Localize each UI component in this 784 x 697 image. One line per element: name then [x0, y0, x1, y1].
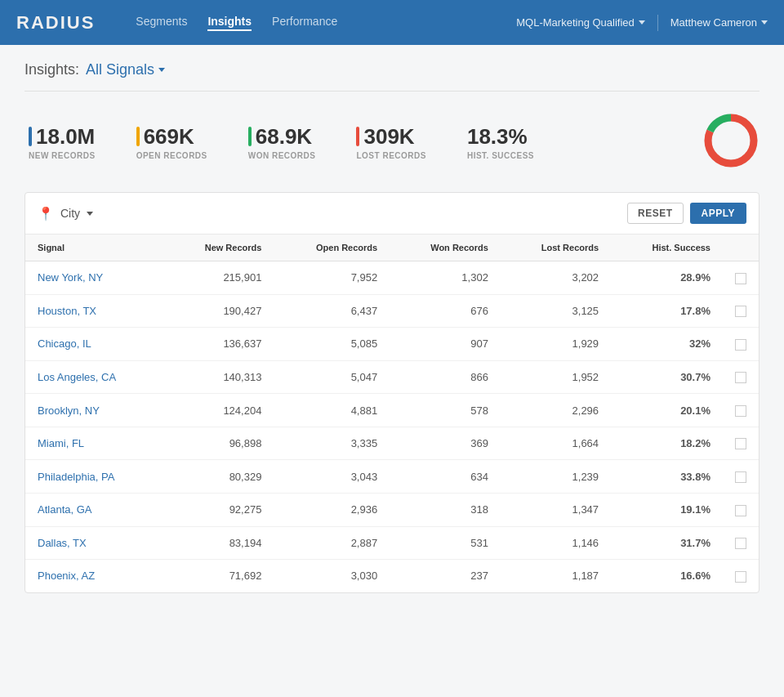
page-title: Insights: — [24, 61, 79, 78]
lost-records-cell: 1,347 — [501, 493, 611, 526]
header-divider — [657, 15, 658, 31]
signal-cell[interactable]: Chicago, IL — [25, 328, 164, 361]
new-records-bar — [29, 127, 32, 146]
lost-records-cell: 1,239 — [501, 460, 611, 494]
signal-cell[interactable]: Brooklyn, NY — [25, 394, 164, 427]
col-checkbox — [723, 235, 759, 261]
table-row: Chicago, IL 136,637 5,085 907 1,929 32% — [25, 328, 759, 361]
open-records-cell: 3,030 — [274, 560, 390, 592]
stat-won-records: 68.9K WON RECORDS — [248, 124, 316, 160]
lost-records-cell: 3,125 — [501, 294, 611, 328]
won-records-cell: 578 — [390, 394, 501, 427]
table-header-row: Signal New Records Open Records Won Reco… — [25, 235, 759, 261]
won-records-cell: 1,302 — [390, 261, 501, 295]
won-records-cell: 369 — [390, 427, 501, 460]
row-checkbox[interactable] — [735, 306, 746, 317]
signal-cell[interactable]: Houston, TX — [25, 294, 164, 328]
filter-dropdown[interactable]: All Signals — [86, 61, 165, 78]
lost-records-cell: 1,187 — [501, 560, 611, 592]
new-records-cell: 190,427 — [164, 294, 274, 328]
hist-success-cell: 20.1% — [611, 394, 723, 427]
table-row: Atlanta, GA 92,275 2,936 318 1,347 19.1% — [25, 493, 759, 526]
data-table: Signal New Records Open Records Won Reco… — [25, 235, 759, 592]
open-records-cell: 2,936 — [274, 493, 390, 526]
row-checkbox-cell[interactable] — [723, 560, 759, 592]
row-checkbox-cell[interactable] — [723, 328, 759, 361]
open-records-cell: 5,085 — [274, 328, 390, 361]
open-records-cell: 4,881 — [274, 394, 390, 427]
new-records-cell: 80,329 — [164, 460, 274, 494]
won-records-cell: 866 — [390, 360, 501, 394]
won-records-cell: 634 — [390, 460, 501, 494]
lost-records-cell: 1,664 — [501, 427, 611, 460]
user-dropdown[interactable]: Matthew Cameron — [670, 16, 768, 29]
new-records-cell: 215,901 — [164, 261, 274, 295]
stat-new-records: 18.0M NEW RECORDS — [29, 124, 96, 160]
stat-lost-records: 309K LOST RECORDS — [356, 124, 425, 160]
open-records-cell: 3,335 — [274, 427, 390, 460]
won-records-bar — [248, 127, 252, 146]
signal-cell[interactable]: Dallas, TX — [25, 526, 164, 560]
user-caret-icon — [761, 20, 768, 25]
nav-segments[interactable]: Segments — [136, 15, 187, 31]
hist-success-cell: 19.1% — [611, 493, 723, 526]
row-checkbox[interactable] — [735, 538, 746, 549]
mql-caret-icon — [639, 20, 645, 25]
toolbar-buttons: RESET APPLY — [627, 203, 746, 224]
row-checkbox-cell[interactable] — [723, 526, 759, 560]
row-checkbox-cell[interactable] — [723, 427, 759, 460]
signal-cell[interactable]: Miami, FL — [25, 427, 164, 460]
lost-records-cell: 2,296 — [501, 394, 611, 427]
new-records-cell: 92,275 — [164, 493, 274, 526]
stat-open-records: 669K OPEN RECORDS — [136, 124, 207, 160]
apply-button[interactable]: APPLY — [690, 203, 746, 224]
new-records-cell: 83,194 — [164, 526, 274, 560]
row-checkbox[interactable] — [735, 438, 746, 449]
header-right: MQL-Marketing Qualified Matthew Cameron — [516, 15, 768, 31]
mql-dropdown[interactable]: MQL-Marketing Qualified — [516, 16, 645, 29]
won-records-cell: 237 — [390, 560, 501, 592]
row-checkbox[interactable] — [735, 372, 746, 383]
table-row: Brooklyn, NY 124,204 4,881 578 2,296 20.… — [25, 394, 759, 427]
col-open-records: Open Records — [274, 235, 390, 261]
row-checkbox[interactable] — [735, 273, 746, 284]
row-checkbox[interactable] — [735, 471, 746, 483]
city-filter-selector[interactable]: 📍 City — [38, 206, 93, 221]
table-row: New York, NY 215,901 7,952 1,302 3,202 2… — [25, 261, 759, 295]
signal-cell[interactable]: Atlanta, GA — [25, 493, 164, 526]
nav-insights[interactable]: Insights — [207, 15, 252, 31]
table-toolbar: 📍 City RESET APPLY — [25, 193, 759, 235]
row-checkbox-cell[interactable] — [723, 460, 759, 494]
row-checkbox[interactable] — [735, 405, 746, 417]
hist-success-cell: 16.6% — [611, 560, 723, 592]
signal-cell[interactable]: Los Angeles, CA — [25, 360, 164, 394]
filter-caret-icon — [158, 68, 165, 72]
signal-cell[interactable]: Philadelphia, PA — [25, 460, 164, 494]
hist-success-cell: 28.9% — [611, 261, 723, 295]
city-caret-icon — [87, 212, 93, 216]
hist-success-cell: 17.8% — [611, 294, 723, 328]
hist-success-cell: 30.7% — [611, 360, 723, 394]
lost-records-cell: 3,202 — [501, 261, 611, 295]
row-checkbox[interactable] — [735, 505, 746, 516]
won-records-cell: 907 — [390, 328, 501, 361]
row-checkbox-cell[interactable] — [723, 394, 759, 427]
row-checkbox-cell[interactable] — [723, 261, 759, 295]
nav-performance[interactable]: Performance — [272, 15, 337, 31]
row-checkbox-cell[interactable] — [723, 294, 759, 328]
row-checkbox[interactable] — [735, 339, 746, 351]
new-records-cell: 71,692 — [164, 560, 274, 592]
hist-success-cell: 18.2% — [611, 427, 723, 460]
row-checkbox-cell[interactable] — [723, 493, 759, 526]
row-checkbox-cell[interactable] — [723, 360, 759, 394]
table-row: Philadelphia, PA 80,329 3,043 634 1,239 … — [25, 460, 759, 494]
row-checkbox[interactable] — [735, 571, 746, 583]
signal-cell[interactable]: New York, NY — [25, 261, 164, 295]
stats-row: 18.0M NEW RECORDS 669K OPEN RECORDS 68.9… — [24, 112, 760, 172]
reset-button[interactable]: RESET — [627, 203, 684, 224]
table-row: Houston, TX 190,427 6,437 676 3,125 17.8… — [25, 294, 759, 328]
open-records-cell: 7,952 — [274, 261, 390, 295]
col-signal: Signal — [25, 235, 164, 261]
signal-cell[interactable]: Phoenix, AZ — [25, 560, 164, 592]
won-records-cell: 676 — [390, 294, 501, 328]
